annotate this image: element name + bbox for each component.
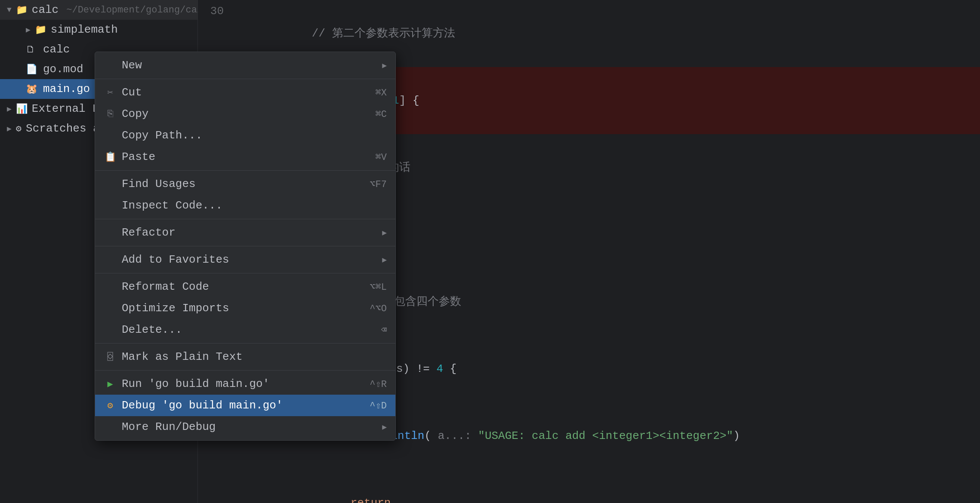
menu-label-find-usages: Find Usages bbox=[122, 178, 364, 190]
context-menu: New ▶ ✂ Cut ⌘X ⎘ Copy ⌘C Copy Path... 📋 … bbox=[95, 52, 396, 441]
menu-item-copy[interactable]: ⎘ Copy ⌘C bbox=[95, 103, 395, 125]
menu-item-reformat-code[interactable]: Reformat Code ⌥⌘L bbox=[95, 276, 395, 298]
separator-7 bbox=[95, 370, 395, 371]
menu-item-refactor[interactable]: Refactor ▶ bbox=[95, 222, 395, 243]
separator-4 bbox=[95, 246, 395, 246]
submenu-arrow-refactor: ▶ bbox=[382, 228, 387, 237]
menu-item-cut[interactable]: ✂ Cut ⌘X bbox=[95, 82, 395, 103]
menu-label-paste: Paste bbox=[122, 150, 370, 163]
menu-label-new: New bbox=[122, 59, 373, 72]
mark-plain-icon: ⌺ bbox=[104, 351, 117, 363]
copy-icon: ⎘ bbox=[104, 109, 117, 120]
menu-item-run[interactable]: ▶ Run 'go build main.go' ^⇧R bbox=[95, 373, 395, 395]
menu-item-paste[interactable]: 📋 Paste ⌘V bbox=[95, 146, 395, 168]
folder-icon: 📁 bbox=[16, 4, 28, 16]
submenu-arrow-more-run: ▶ bbox=[382, 422, 387, 432]
run-icon: ▶ bbox=[104, 378, 117, 390]
menu-label-copy-path: Copy Path... bbox=[122, 129, 387, 142]
menu-item-copy-path[interactable]: Copy Path... bbox=[95, 125, 395, 146]
menu-item-mark-plain[interactable]: ⌺ Mark as Plain Text bbox=[95, 346, 395, 368]
sidebar: ▼ 📁 calc ~/Development/golang/calc ▶ 📁 s… bbox=[0, 0, 198, 503]
submenu-arrow-favorites: ▶ bbox=[382, 255, 387, 264]
menu-item-delete[interactable]: Delete... ⌫ bbox=[95, 319, 395, 340]
menu-item-find-usages[interactable]: Find Usages ⌥F7 bbox=[95, 173, 395, 195]
menu-label-copy: Copy bbox=[122, 107, 370, 120]
menu-label-add-favorites: Add to Favorites bbox=[122, 253, 373, 266]
menu-item-more-run[interactable]: More Run/Debug ▶ bbox=[95, 416, 395, 438]
editor-line-return1: return bbox=[198, 469, 980, 503]
shortcut-cut: ⌘X bbox=[376, 87, 387, 98]
separator-2 bbox=[95, 170, 395, 171]
shortcut-run: ^⇧R bbox=[370, 378, 387, 390]
separator-3 bbox=[95, 219, 395, 219]
menu-label-optimize-imports: Optimize Imports bbox=[122, 302, 364, 315]
menu-label-mark-plain: Mark as Plain Text bbox=[122, 350, 387, 363]
menu-label-refactor: Refactor bbox=[122, 226, 373, 239]
separator-1 bbox=[95, 79, 395, 79]
menu-item-inspect-code[interactable]: Inspect Code... bbox=[95, 195, 395, 216]
library-icon: 📊 bbox=[16, 103, 28, 115]
expand-arrow-simplemath: ▶ bbox=[26, 25, 31, 34]
folder-icon-simplemath: 📁 bbox=[35, 24, 46, 36]
scratches-icon: ⚙ bbox=[16, 123, 22, 135]
doc-icon-gomod: 📄 bbox=[26, 64, 39, 75]
menu-label-cut: Cut bbox=[122, 86, 370, 99]
separator-6 bbox=[95, 343, 395, 344]
sidebar-item-calc-root[interactable]: ▼ 📁 calc ~/Development/golang/calc bbox=[0, 0, 197, 20]
menu-label-run: Run 'go build main.go' bbox=[122, 377, 364, 390]
shortcut-delete: ⌫ bbox=[381, 324, 387, 336]
menu-item-optimize-imports[interactable]: Optimize Imports ^⌥O bbox=[95, 298, 395, 319]
debug-icon: ⚙ bbox=[104, 400, 117, 411]
shortcut-reformat: ⌥⌘L bbox=[370, 281, 387, 293]
cut-icon: ✂ bbox=[104, 87, 117, 98]
file-icon-calc: 🗋 bbox=[26, 44, 39, 55]
sidebar-item-simplemath[interactable]: ▶ 📁 simplemath bbox=[0, 20, 197, 40]
menu-label-debug: Debug 'go build main.go' bbox=[122, 399, 364, 412]
expand-arrow-extlib: ▶ bbox=[7, 104, 12, 113]
shortcut-copy: ⌘C bbox=[376, 108, 387, 120]
menu-label-delete: Delete... bbox=[122, 323, 376, 336]
menu-label-inspect-code: Inspect Code... bbox=[122, 199, 387, 212]
go-icon-maingo: 🐹 bbox=[26, 83, 39, 95]
shortcut-find-usages: ⌥F7 bbox=[370, 178, 387, 190]
menu-label-reformat-code: Reformat Code bbox=[122, 280, 364, 293]
separator-5 bbox=[95, 273, 395, 273]
paste-icon: 📋 bbox=[104, 151, 117, 163]
shortcut-paste: ⌘V bbox=[376, 151, 387, 163]
expand-arrow-scratches: ▶ bbox=[7, 124, 12, 133]
submenu-arrow-new: ▶ bbox=[382, 61, 387, 70]
shortcut-debug: ^⇧D bbox=[370, 400, 387, 411]
shortcut-optimize: ^⌥O bbox=[370, 303, 387, 314]
menu-item-add-favorites[interactable]: Add to Favorites ▶ bbox=[95, 249, 395, 270]
expand-arrow-calc: ▼ bbox=[7, 6, 12, 14]
menu-item-new[interactable]: New ▶ bbox=[95, 55, 395, 76]
menu-label-more-run: More Run/Debug bbox=[122, 420, 373, 433]
menu-item-debug[interactable]: ⚙ Debug 'go build main.go' ^⇧D bbox=[95, 395, 395, 416]
